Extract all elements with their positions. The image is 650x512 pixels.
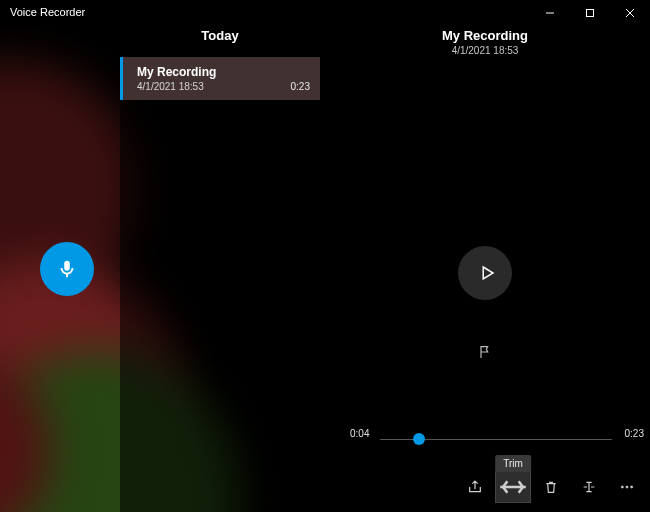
microphone-icon [56,258,78,280]
svg-point-5 [621,486,623,488]
delete-button[interactable] [534,472,568,502]
seek-thumb[interactable] [413,433,425,445]
recording-item[interactable]: My Recording 4/1/2021 18:53 0:23 [120,57,320,100]
maximize-button[interactable] [570,0,610,26]
record-button[interactable] [40,242,94,296]
list-section-header: Today [120,6,320,57]
trash-icon [543,479,559,495]
seek-end-time: 0:23 [614,428,644,439]
play-button[interactable] [458,246,512,300]
rename-button[interactable] [572,472,606,502]
bottom-toolbar: Trim [458,472,644,502]
window-controls [530,0,650,26]
recordings-list: Today My Recording 4/1/2021 18:53 0:23 [120,0,320,512]
svg-point-6 [626,486,628,488]
detail-subtitle: 4/1/2021 18:53 [320,45,650,56]
recording-duration: 0:23 [291,81,310,92]
close-button[interactable] [610,0,650,26]
rename-icon [581,479,597,495]
trim-icon [496,470,530,504]
play-icon [478,264,496,282]
right-panel: My Recording 4/1/2021 18:53 0:04 0:23 Tr… [320,0,650,512]
svg-point-7 [631,486,633,488]
flag-icon [477,344,493,360]
share-button[interactable] [458,472,492,502]
more-icon [619,479,635,495]
minimize-button[interactable] [530,0,570,26]
trim-tooltip: Trim [495,455,531,472]
trim-button[interactable] [496,472,530,502]
add-marker-button[interactable] [473,340,497,364]
recording-subtitle: 4/1/2021 18:53 [137,81,308,92]
share-icon [467,479,483,495]
seek-current-time: 0:04 [350,428,369,439]
more-button[interactable] [610,472,644,502]
seek-bar[interactable]: 0:04 0:23 [380,430,612,450]
trim-wrap: Trim [496,472,530,502]
left-panel: Voice Recorder Today My Recording 4/1/20… [0,0,320,512]
svg-rect-1 [587,10,594,17]
recording-title: My Recording [137,65,308,79]
app-window: Voice Recorder Today My Recording 4/1/20… [0,0,650,512]
detail-title: My Recording [320,28,650,43]
